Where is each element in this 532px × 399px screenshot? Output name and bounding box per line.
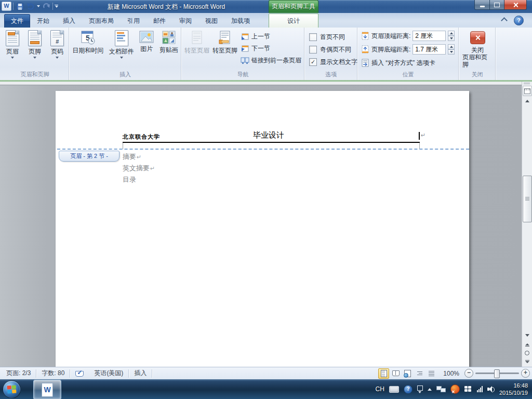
zoom-out-button[interactable]: −: [464, 369, 473, 378]
scroll-up-button[interactable]: [524, 98, 530, 104]
save-button[interactable]: [15, 2, 24, 11]
quick-parts-button[interactable]: 文档部件: [109, 30, 134, 59]
zoom-level[interactable]: 100%: [438, 370, 463, 377]
page-number-button[interactable]: # 页码: [50, 30, 64, 59]
network-icon[interactable]: [436, 386, 446, 393]
minimize-button[interactable]: [474, 0, 490, 10]
next-section-button[interactable]: 下一节: [241, 43, 301, 54]
taskbar-clock[interactable]: 16:48 2015/10/19: [499, 382, 528, 396]
scrollbar-thumb[interactable]: [523, 176, 532, 222]
tab-mailings[interactable]: 邮件: [147, 14, 172, 28]
close-window-button[interactable]: [504, 0, 527, 10]
previous-page-button[interactable]: [523, 341, 531, 349]
insert-alignment-tab-button[interactable]: 插入 “对齐方式” 选项卡: [361, 57, 435, 69]
input-language-indicator[interactable]: CH: [376, 385, 384, 393]
clipart-button[interactable]: 剪贴画: [159, 30, 178, 54]
group-position: 页眉顶端距离: 2 厘米 页脚底端距离: 1.7 厘米: [358, 28, 459, 80]
page-header-title-text[interactable]: 毕业设计: [253, 130, 284, 140]
tab-references[interactable]: 引用: [121, 14, 147, 28]
outline-view-button[interactable]: [414, 368, 425, 379]
scroll-down-button[interactable]: [524, 332, 530, 339]
body-text-line[interactable]: 目录: [123, 175, 136, 184]
previous-section-button[interactable]: 上一节: [241, 31, 301, 42]
spin-up-button[interactable]: [448, 31, 455, 36]
zoom-slider-track[interactable]: [475, 373, 519, 374]
print-layout-view-button[interactable]: [378, 368, 389, 379]
undo-button[interactable]: [26, 2, 35, 11]
undo-dropdown-arrow[interactable]: [37, 5, 40, 7]
get-windows-10-icon[interactable]: [464, 386, 472, 393]
volume-icon[interactable]: [487, 386, 495, 392]
zoom-in-button[interactable]: +: [521, 369, 530, 378]
goto-footer-button[interactable]: 转至页脚: [212, 30, 238, 54]
date-time-button[interactable]: 5 日期和时间: [72, 30, 103, 54]
spin-up-button[interactable]: [448, 44, 455, 49]
customize-qat-button[interactable]: [55, 5, 58, 8]
next-page-button[interactable]: [523, 357, 531, 365]
spin-down-button[interactable]: [448, 49, 455, 55]
show-hidden-icons-button[interactable]: [428, 388, 432, 391]
close-icon: [475, 35, 481, 41]
quick-access-toolbar: W: [2, 2, 58, 11]
close-icon: [513, 2, 518, 8]
spin-down-button[interactable]: [448, 36, 455, 41]
taskbar-word-button[interactable]: W: [33, 380, 61, 399]
split-window-handle[interactable]: [524, 83, 530, 85]
link-to-previous-button[interactable]: 链接到前一条页眉: [241, 55, 301, 65]
spell-check-status[interactable]: ✓: [70, 370, 89, 377]
header-button[interactable]: 页眉: [6, 30, 19, 59]
body-text-line[interactable]: 摘要↵: [123, 152, 141, 162]
word-app-icon[interactable]: W: [2, 2, 11, 11]
document-top-strip: [0, 82, 532, 85]
tab-insert[interactable]: 插入: [56, 14, 82, 28]
tab-page-layout[interactable]: 页面布局: [82, 14, 121, 28]
picture-button[interactable]: 图片: [139, 30, 154, 52]
security-alert-icon[interactable]: [450, 384, 460, 394]
show-document-text-checkbox[interactable]: ✓ 显示文档文字: [309, 56, 357, 68]
dropdown-arrow-icon: [11, 57, 14, 59]
status-right: 100% − +: [378, 367, 530, 379]
different-odd-even-checkbox[interactable]: 奇偶页不同: [309, 43, 357, 56]
divider: [13, 3, 14, 10]
redo-icon: [43, 3, 50, 10]
footer-bottom-distance-input[interactable]: 1.7 厘米: [413, 44, 446, 55]
different-first-page-checkbox[interactable]: 首页不同: [309, 31, 357, 43]
fullscreen-reading-view-button[interactable]: [390, 368, 401, 379]
signal-strength-icon[interactable]: [477, 386, 483, 392]
web-layout-view-button[interactable]: [402, 368, 413, 379]
word-count[interactable]: 字数: 80: [36, 369, 70, 378]
close-header-footer-button[interactable]: 关闭 页眉和页脚: [462, 31, 493, 68]
page-header-university-text[interactable]: 北京联合大学: [123, 133, 160, 141]
ruler-toggle-button[interactable]: [523, 86, 532, 96]
tab-view[interactable]: 视图: [198, 14, 224, 28]
group-label: 插入: [70, 71, 181, 78]
language-bar-restore-button[interactable]: [417, 385, 423, 393]
collapse-ribbon-button[interactable]: [501, 17, 507, 21]
language-indicator[interactable]: 英语(美国): [89, 369, 128, 378]
redo-button[interactable]: [42, 2, 51, 11]
tab-home[interactable]: 开始: [30, 14, 56, 28]
link-to-previous-icon: [241, 57, 249, 64]
header-top-distance-input[interactable]: 2 厘米: [413, 31, 446, 41]
body-text-line[interactable]: 英文摘要↵: [123, 164, 155, 173]
footer-button[interactable]: 页脚: [28, 30, 42, 59]
page-indicator[interactable]: 页面: 2/3: [1, 369, 36, 378]
zoom-slider-thumb[interactable]: [494, 369, 500, 378]
vertical-scrollbar[interactable]: [522, 82, 532, 367]
help-button[interactable]: ?: [514, 16, 524, 25]
bar: [525, 360, 529, 361]
document-canvas: 北京联合大学 毕业设计 ↵ 页眉 - 第 2 节 - 摘要↵ 英文摘要↵ 目录: [0, 82, 532, 367]
tab-addins[interactable]: 加载项: [224, 14, 257, 28]
tab-file[interactable]: 文件: [4, 14, 30, 29]
tab-review[interactable]: 审阅: [172, 14, 198, 28]
insert-mode-indicator[interactable]: 插入: [129, 369, 152, 378]
checkbox-checked: ✓: [309, 58, 317, 66]
tray-help-icon[interactable]: ?: [404, 385, 413, 394]
draft-view-button[interactable]: [426, 368, 437, 379]
keyboard-layout-icon[interactable]: [389, 386, 399, 393]
select-browse-object-button[interactable]: [523, 349, 531, 357]
maximize-restore-button[interactable]: [490, 0, 504, 10]
start-button[interactable]: [3, 380, 21, 398]
tab-design-active[interactable]: 设计: [269, 14, 318, 28]
paragraph-mark-icon: ↵: [150, 165, 155, 171]
